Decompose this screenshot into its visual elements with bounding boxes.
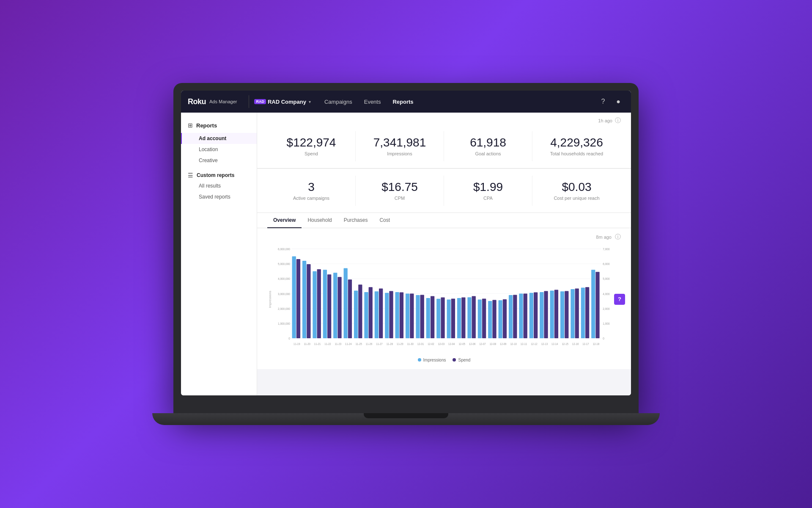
chart-legend: Impressions Spend bbox=[267, 358, 621, 362]
svg-rect-70 bbox=[461, 297, 465, 338]
svg-text:12-12: 12-12 bbox=[531, 342, 538, 345]
tab-purchases[interactable]: Purchases bbox=[338, 213, 374, 228]
svg-rect-105 bbox=[581, 287, 585, 338]
main-content: 1h ago ⓘ $122,974 Spend 7,341,981 Impres… bbox=[257, 113, 631, 395]
svg-text:12-09: 12-09 bbox=[500, 342, 507, 345]
svg-text:11-29: 11-29 bbox=[397, 342, 403, 345]
svg-rect-22 bbox=[296, 259, 300, 338]
svg-rect-33 bbox=[333, 273, 337, 338]
svg-text:12-10: 12-10 bbox=[510, 342, 517, 345]
chart-info-icon[interactable]: ⓘ bbox=[615, 233, 621, 241]
svg-text:11-19: 11-19 bbox=[294, 342, 300, 345]
company-selector[interactable]: RAD RAD Company ▾ bbox=[254, 99, 311, 105]
svg-rect-43 bbox=[369, 287, 373, 338]
metric-cpm: $16.75 CPM bbox=[356, 176, 444, 206]
svg-rect-63 bbox=[436, 298, 440, 338]
svg-text:11-26: 11-26 bbox=[366, 342, 373, 345]
laptop-screen: Roku Ads Manager RAD RAD Company ▾ Campa… bbox=[181, 91, 631, 395]
svg-text:11-24: 11-24 bbox=[345, 342, 352, 345]
help-fab-button[interactable]: ? bbox=[614, 294, 625, 305]
chevron-down-icon: ▾ bbox=[309, 99, 311, 104]
nav-campaigns[interactable]: Campaigns bbox=[319, 96, 357, 108]
svg-rect-42 bbox=[364, 292, 368, 338]
chart-container: 001,000,0001,0002,000,0002,0003,000,0004… bbox=[267, 244, 621, 354]
reports-grid-icon: ⊞ bbox=[188, 122, 193, 129]
sidebar-item-saved-reports[interactable]: Saved reports bbox=[181, 191, 257, 202]
svg-rect-55 bbox=[410, 293, 414, 338]
sidebar-custom-reports-title: Custom reports bbox=[197, 172, 234, 178]
metrics-top-row: $122,974 Spend 7,341,981 Impressions 61,… bbox=[257, 124, 631, 168]
svg-rect-97 bbox=[554, 290, 558, 338]
sidebar-item-location[interactable]: Location bbox=[181, 144, 257, 155]
svg-rect-103 bbox=[575, 288, 579, 338]
metric-impressions-label: Impressions bbox=[359, 151, 440, 156]
svg-rect-21 bbox=[292, 256, 296, 338]
svg-text:12-01: 12-01 bbox=[417, 342, 424, 345]
svg-text:Impressions: Impressions bbox=[269, 290, 272, 308]
svg-rect-73 bbox=[472, 296, 476, 338]
metric-cpm-value: $16.75 bbox=[359, 181, 440, 194]
svg-text:11-27: 11-27 bbox=[376, 342, 383, 345]
svg-rect-106 bbox=[585, 287, 589, 338]
tab-household[interactable]: Household bbox=[302, 213, 337, 228]
svg-rect-27 bbox=[313, 271, 316, 338]
metric-impressions-value: 7,341,981 bbox=[359, 136, 440, 149]
legend-spend: Spend bbox=[453, 358, 470, 362]
sidebar-item-ad-account[interactable]: Ad account bbox=[181, 133, 257, 144]
legend-impressions: Impressions bbox=[418, 358, 446, 362]
metric-cost-per-unique-value: $0.03 bbox=[536, 181, 617, 194]
header-info-icon[interactable]: ⓘ bbox=[615, 117, 621, 124]
legend-impressions-label: Impressions bbox=[423, 358, 446, 362]
metric-cost-per-unique: $0.03 Cost per unique reach bbox=[532, 176, 621, 206]
metrics-bottom-row: 3 Active campaigns $16.75 CPM $1.99 CPA bbox=[257, 168, 631, 213]
svg-rect-93 bbox=[540, 292, 543, 338]
tab-overview[interactable]: Overview bbox=[267, 213, 302, 228]
user-icon-button[interactable]: ● bbox=[612, 96, 624, 108]
svg-rect-72 bbox=[467, 297, 471, 338]
svg-text:12-17: 12-17 bbox=[582, 342, 589, 345]
svg-rect-96 bbox=[550, 290, 554, 338]
svg-text:12-13: 12-13 bbox=[541, 342, 548, 345]
tab-cost[interactable]: Cost bbox=[373, 213, 396, 228]
metric-spend: $122,974 Spend bbox=[267, 131, 356, 161]
svg-text:4,000,000: 4,000,000 bbox=[278, 277, 290, 281]
svg-text:4,000: 4,000 bbox=[603, 292, 609, 295]
chart-timestamp: 8m ago bbox=[596, 235, 612, 240]
svg-rect-46 bbox=[379, 288, 383, 338]
svg-rect-85 bbox=[513, 295, 517, 338]
metric-active-campaigns: 3 Active campaigns bbox=[267, 176, 356, 206]
svg-rect-40 bbox=[358, 284, 362, 338]
svg-rect-108 bbox=[591, 270, 595, 338]
tabs-bar: Overview Household Purchases Cost bbox=[257, 213, 631, 228]
svg-text:12-06: 12-06 bbox=[469, 342, 476, 345]
svg-text:0: 0 bbox=[288, 337, 290, 340]
help-icon-button[interactable]: ? bbox=[597, 96, 609, 108]
svg-rect-66 bbox=[447, 299, 451, 338]
svg-rect-81 bbox=[499, 300, 502, 338]
svg-text:2,000: 2,000 bbox=[603, 307, 609, 310]
sidebar-item-all-results[interactable]: All results bbox=[181, 180, 257, 191]
sidebar-item-creative[interactable]: Creative bbox=[181, 155, 257, 166]
nav-links: Campaigns Events Reports bbox=[319, 96, 419, 108]
metric-spend-value: $122,974 bbox=[271, 136, 352, 149]
nav-reports[interactable]: Reports bbox=[387, 96, 418, 108]
svg-rect-49 bbox=[389, 291, 393, 338]
svg-text:5,000: 5,000 bbox=[603, 277, 609, 281]
svg-rect-25 bbox=[307, 264, 310, 338]
svg-text:11-28: 11-28 bbox=[387, 342, 393, 345]
nav-divider bbox=[249, 95, 249, 108]
custom-reports-icon: ☰ bbox=[188, 172, 193, 179]
logo-area: Roku Ads Manager bbox=[188, 97, 237, 106]
svg-text:12-18: 12-18 bbox=[593, 342, 600, 345]
svg-text:12-08: 12-08 bbox=[490, 342, 497, 345]
svg-rect-88 bbox=[524, 293, 527, 338]
svg-text:12-16: 12-16 bbox=[572, 342, 579, 345]
nav-events[interactable]: Events bbox=[359, 96, 386, 108]
svg-text:12-15: 12-15 bbox=[562, 342, 568, 345]
roku-logo: Roku bbox=[188, 97, 206, 106]
svg-text:11-21: 11-21 bbox=[314, 342, 321, 345]
svg-rect-90 bbox=[529, 293, 533, 338]
metric-goal-actions-label: Goal actions bbox=[447, 151, 529, 156]
metric-impressions: 7,341,981 Impressions bbox=[356, 131, 444, 161]
svg-text:11-22: 11-22 bbox=[324, 342, 331, 345]
